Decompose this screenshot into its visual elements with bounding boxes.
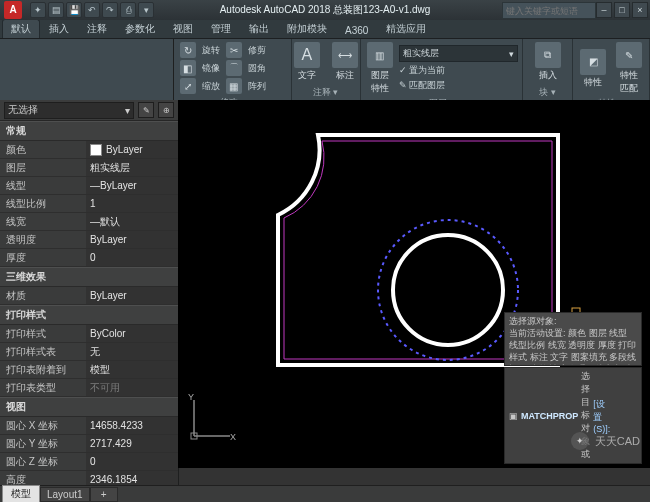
ucs-icon: Y X — [186, 394, 236, 446]
drawing-canvas[interactable]: Y X 选择源对象: 当前活动设置: 颜色 图层 线型 线型比例 线宽 透明度 … — [178, 100, 650, 468]
command-history[interactable]: 选择源对象: 当前活动设置: 颜色 图层 线型 线型比例 线宽 透明度 厚度 打… — [504, 312, 642, 366]
qat-open-icon[interactable]: ▤ — [48, 2, 64, 18]
insert-block-icon: ⧉ — [535, 42, 561, 68]
layer-properties-button[interactable]: ▥图层 特性 — [365, 41, 395, 96]
prop-row-ltscale: 线型比例1 — [0, 195, 178, 213]
ribbon-tab-output[interactable]: 输出 — [240, 19, 278, 38]
qat-more-icon[interactable]: ▾ — [138, 2, 154, 18]
text-icon: A — [294, 42, 320, 68]
ribbon-panel-block: ⧉插入 块 ▾ — [523, 39, 573, 101]
mirror-button[interactable]: ◧ — [178, 59, 198, 77]
window-title: Autodesk AutoCAD 2018 总装图123-A0-v1.dwg — [220, 3, 431, 17]
properties-label: 特性 — [584, 76, 602, 89]
trim-button[interactable]: ✂ — [224, 41, 244, 59]
properties-list[interactable]: 常规 颜色ByLayer 图层粗实线层 线型— ByLayer 线型比例1 线宽… — [0, 121, 178, 486]
prop-row-lineweight: 线宽— 默认 — [0, 213, 178, 231]
match-properties-button[interactable]: ✎特性 匹配 — [614, 41, 644, 96]
rotate-label: 旋转 — [202, 44, 220, 57]
tab-layout1[interactable]: Layout1 — [40, 487, 90, 502]
cat-3deffect[interactable]: 三维效果 — [0, 267, 178, 287]
match-properties-label: 特性 匹配 — [620, 69, 638, 95]
rotate-icon: ↻ — [180, 42, 196, 58]
tab-model[interactable]: 模型 — [2, 485, 40, 502]
panel-title-block: 块 ▾ — [527, 86, 568, 99]
scale-button[interactable]: ⤢ — [178, 77, 198, 95]
svg-text:X: X — [230, 432, 236, 442]
qat-redo-icon[interactable]: ↷ — [102, 2, 118, 18]
command-input[interactable] — [613, 410, 650, 422]
qat-print-icon[interactable]: ⎙ — [120, 2, 136, 18]
cmd-hist-line: 选择源对象: — [509, 315, 637, 327]
rotate-button[interactable]: ↻ — [178, 41, 198, 59]
window-buttons: – □ × — [596, 2, 648, 18]
ribbon-tab-parametric[interactable]: 参数化 — [116, 19, 164, 38]
ribbon-tab-a360[interactable]: A360 — [336, 22, 377, 38]
ribbon-tab-annotate[interactable]: 注释 — [78, 19, 116, 38]
circle-main — [393, 235, 503, 345]
qat-undo-icon[interactable]: ↶ — [84, 2, 100, 18]
text-button[interactable]: A文字 — [292, 41, 322, 83]
cat-plotstyle[interactable]: 打印样式 — [0, 305, 178, 325]
prop-row-plottype: 打印表类型不可用 — [0, 379, 178, 397]
help-search-input[interactable] — [503, 3, 595, 18]
selection-combo[interactable]: 无选择▾ — [4, 102, 134, 119]
ribbon-tab-strip: 默认 插入 注释 参数化 视图 管理 输出 附加模块 A360 精选应用 — [0, 20, 650, 39]
watermark: ✦ 天天CAD — [571, 432, 640, 450]
ribbon-tab-apps[interactable]: 精选应用 — [377, 19, 435, 38]
trim-label: 修剪 — [248, 44, 266, 57]
properties-palette: 无选择▾ ✎ ⊕ 常规 颜色ByLayer 图层粗实线层 线型— ByLayer… — [0, 100, 179, 486]
command-options[interactable]: [设置(S)]: — [593, 398, 610, 434]
tab-add[interactable]: + — [90, 487, 118, 502]
fillet-button[interactable]: ⌒ — [224, 59, 244, 77]
circle-dashed — [378, 220, 518, 360]
layers-icon: ▥ — [367, 42, 393, 68]
prop-row-plotstyle: 打印样式ByColor — [0, 325, 178, 343]
trim-icon: ✂ — [226, 42, 242, 58]
match-layer-button[interactable]: ✎ 匹配图层 — [399, 79, 518, 92]
quickselect-button[interactable]: ✎ — [138, 102, 154, 118]
prop-row-centerz: 圆心 Z 坐标0 — [0, 453, 178, 471]
text-label: 文字 — [298, 69, 316, 82]
array-icon: ▦ — [226, 78, 242, 94]
fillet-label: 圆角 — [248, 62, 266, 75]
layer-properties-label: 图层 特性 — [371, 69, 389, 95]
ribbon-tab-view[interactable]: 视图 — [164, 19, 202, 38]
cat-view[interactable]: 视图 — [0, 397, 178, 417]
maximize-button[interactable]: □ — [614, 2, 630, 18]
panel-title-annotation: 注释 ▾ — [296, 86, 356, 99]
mirror-icon: ◧ — [180, 60, 196, 76]
insert-block-button[interactable]: ⧉插入 — [527, 41, 568, 83]
scale-label: 缩放 — [202, 80, 220, 93]
qat-new-icon[interactable]: ✦ — [30, 2, 46, 18]
ribbon-panel-layers: ▥图层 特性 粗实线层▾ ✓ 置为当前 ✎ 匹配图层 图层 ▾ — [361, 39, 523, 101]
layer-combo-value: 粗实线层 — [403, 47, 439, 60]
selection-value: 无选择 — [8, 103, 38, 117]
scale-icon: ⤢ — [180, 78, 196, 94]
qat-save-icon[interactable]: 💾 — [66, 2, 82, 18]
close-button[interactable]: × — [632, 2, 648, 18]
pickadd-button[interactable]: ⊕ — [158, 102, 174, 118]
ribbon-panel-modify: ↻旋转 ✂修剪 ◧镜像 ⌒圆角 ⤢缩放 ▦阵列 修改 ▾ — [174, 39, 292, 101]
status-bar: 模型 Layout1 + — [0, 485, 650, 502]
insert-block-label: 插入 — [539, 69, 557, 82]
prop-row-centerx: 圆心 X 坐标14658.4233 — [0, 417, 178, 435]
fillet-icon: ⌒ — [226, 60, 242, 76]
properties-button[interactable]: ◩特性 — [578, 48, 608, 90]
watermark-logo-icon: ✦ — [571, 432, 589, 450]
ribbon-tab-default[interactable]: 默认 — [2, 19, 40, 38]
layer-combo[interactable]: 粗实线层▾ — [399, 45, 518, 62]
ribbon-tab-addons[interactable]: 附加模块 — [278, 19, 336, 38]
make-current-button[interactable]: ✓ 置为当前 — [399, 64, 518, 77]
cmd-hist-line: 当前活动设置: 颜色 图层 线型 线型比例 线宽 透明度 厚度 打印样式 标注 … — [509, 327, 637, 366]
app-logo[interactable]: A — [4, 1, 22, 19]
ribbon-tab-manage[interactable]: 管理 — [202, 19, 240, 38]
minimize-button[interactable]: – — [596, 2, 612, 18]
prop-row-layer: 图层粗实线层 — [0, 159, 178, 177]
cat-general[interactable]: 常规 — [0, 121, 178, 141]
array-button[interactable]: ▦ — [224, 77, 244, 95]
selection-row: 无选择▾ ✎ ⊕ — [0, 100, 178, 121]
dimension-button[interactable]: ⟷标注 — [330, 41, 360, 83]
help-search[interactable] — [502, 2, 596, 19]
ribbon-tab-insert[interactable]: 插入 — [40, 19, 78, 38]
array-label: 阵列 — [248, 80, 266, 93]
